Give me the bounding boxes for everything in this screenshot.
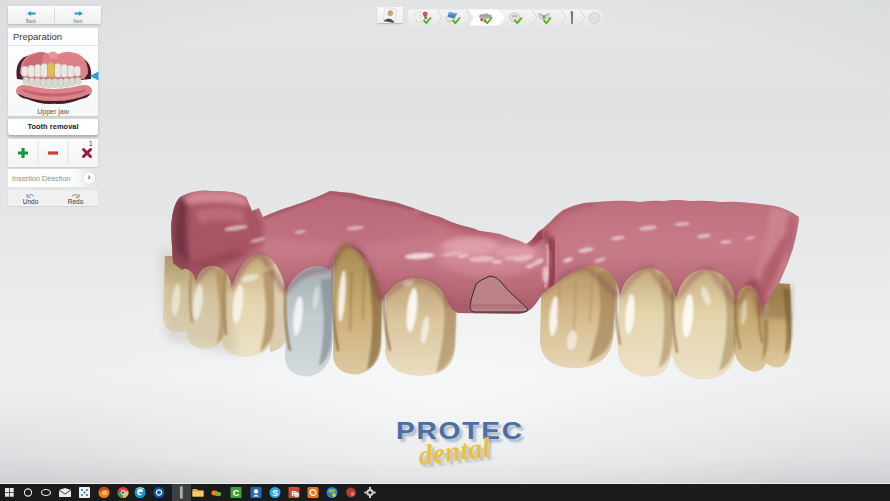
svg-text:C: C [233, 488, 240, 498]
svg-text:S: S [272, 488, 278, 498]
